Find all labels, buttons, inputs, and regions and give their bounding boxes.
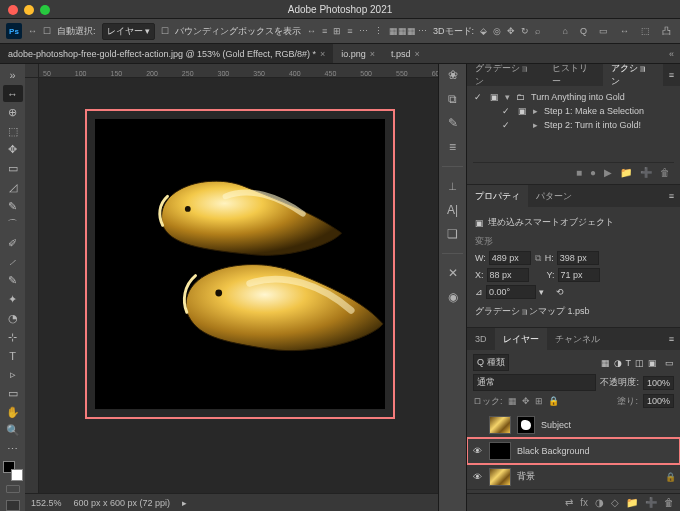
doc-info[interactable]: 600 px x 600 px (72 ppi): [74, 498, 171, 508]
blur-tool[interactable]: ◔: [3, 310, 23, 328]
close-window-icon[interactable]: [8, 5, 18, 15]
eraser-tool[interactable]: ✎: [3, 272, 23, 290]
swatches-panel-icon[interactable]: ⧉: [448, 92, 457, 106]
tab-properties[interactable]: プロパティ: [467, 185, 528, 207]
angle-field[interactable]: [486, 285, 536, 299]
share-icon[interactable]: 凸: [662, 25, 671, 38]
brushes-panel-icon[interactable]: ✎: [448, 116, 458, 130]
filter-toggle-icon[interactable]: ▭: [665, 358, 674, 368]
new-group-icon[interactable]: 📁: [626, 497, 638, 508]
panel-menu-icon[interactable]: ≡: [663, 191, 680, 201]
link-layers-icon[interactable]: ⇄: [565, 497, 573, 508]
navigator-panel-icon[interactable]: ◉: [448, 290, 458, 304]
action-set-row[interactable]: ✓ ▣ ▾ 🗀 Turn Anything into Gold: [473, 90, 674, 104]
checkmark-icon[interactable]: ✓: [501, 120, 511, 130]
marquee-tool[interactable]: ⬚: [3, 122, 23, 140]
disclosure-open-icon[interactable]: ▾: [505, 92, 510, 102]
tab-layers[interactable]: レイヤー: [495, 328, 547, 350]
layer-name[interactable]: Black Background: [517, 446, 590, 456]
libraries-panel-icon[interactable]: ❏: [447, 227, 458, 241]
align-icon[interactable]: ≡: [322, 26, 327, 36]
checkmark-icon[interactable]: ✓: [501, 106, 511, 116]
ruler-vertical[interactable]: [25, 78, 39, 511]
lock-artboard-icon[interactable]: ⊞: [535, 396, 543, 406]
mode3d-icon[interactable]: ✥: [507, 26, 515, 36]
tab-patterns[interactable]: パターン: [528, 185, 580, 207]
disclosure-closed-icon[interactable]: ▸: [533, 120, 538, 130]
y-field[interactable]: [558, 268, 600, 282]
trash-icon[interactable]: 🗑: [660, 167, 670, 178]
layer-mask-thumbnail[interactable]: [517, 416, 535, 434]
filter-adjust-icon[interactable]: ◑: [614, 358, 622, 368]
action-row[interactable]: ✓ ▸ Step 2: Turn it into Gold!: [473, 118, 674, 132]
path-tool[interactable]: ▹: [3, 366, 23, 384]
lock-all-icon[interactable]: 🔒: [548, 396, 559, 406]
paragraph-panel-icon[interactable]: ⟂: [449, 179, 456, 193]
checkmark-icon[interactable]: ✓: [473, 92, 483, 102]
ps-home-icon[interactable]: Ps: [6, 23, 22, 39]
eyedropper-tool[interactable]: ✎: [3, 197, 23, 215]
ruler-origin[interactable]: [25, 64, 39, 78]
filter-smart-icon[interactable]: ▣: [648, 358, 657, 368]
tab-history[interactable]: ヒストリー: [544, 64, 603, 86]
dialog-toggle-icon[interactable]: ▣: [517, 106, 527, 116]
new-action-icon[interactable]: ➕: [640, 167, 652, 178]
cloud-home-icon[interactable]: ⌂: [563, 26, 568, 36]
zoom-tool[interactable]: 🔍: [3, 422, 23, 440]
tab-actions[interactable]: アクション: [603, 64, 662, 86]
quickmask-toggle[interactable]: [6, 485, 20, 493]
collapse-tabs-icon[interactable]: «: [663, 49, 680, 59]
visibility-toggle[interactable]: 👁: [471, 472, 483, 482]
layer-name[interactable]: Subject: [541, 420, 571, 430]
close-tab-icon[interactable]: ×: [370, 49, 375, 59]
filter-pixel-icon[interactable]: ▦: [601, 358, 610, 368]
stop-icon[interactable]: ■: [576, 167, 582, 178]
blend-mode-select[interactable]: 通常: [473, 374, 596, 391]
lock-pixels-icon[interactable]: ▦: [508, 396, 517, 406]
maximize-window-icon[interactable]: [40, 5, 50, 15]
height-field[interactable]: [557, 251, 599, 265]
dodge-tool[interactable]: ⊹: [3, 328, 23, 346]
x-field[interactable]: [487, 268, 529, 282]
background-swatch[interactable]: [11, 469, 23, 481]
lasso-tool[interactable]: ✥: [3, 141, 23, 159]
panel-menu-icon[interactable]: ≡: [663, 70, 680, 80]
layer-thumbnail[interactable]: [489, 442, 511, 460]
move-tool[interactable]: ↔: [3, 85, 23, 103]
bbox-checkbox[interactable]: ☐: [161, 26, 169, 36]
brush-tool[interactable]: ✐: [3, 235, 23, 253]
lock-position-icon[interactable]: ✥: [522, 396, 530, 406]
opacity-value[interactable]: 100%: [643, 376, 674, 390]
autoselect-checkbox[interactable]: ☐: [43, 26, 51, 36]
document-tab[interactable]: t.psd ×: [383, 44, 428, 63]
disclosure-closed-icon[interactable]: ▸: [533, 106, 538, 116]
align-icon[interactable]: ↔: [307, 26, 316, 36]
distribute-icon[interactable]: ⋯: [359, 26, 368, 36]
color-swatches[interactable]: [3, 461, 23, 481]
character-panel-icon[interactable]: A|: [447, 203, 458, 217]
tab-gradients[interactable]: グラデーション: [467, 64, 544, 86]
status-more-icon[interactable]: ▸: [182, 498, 187, 508]
layer-row[interactable]: 👁 Black Background: [467, 438, 680, 464]
distribute-icon[interactable]: ⋮: [374, 26, 383, 36]
frame-tool[interactable]: ▭: [3, 160, 23, 178]
ruler-horizontal[interactable]: 50 100 150 200 250 300 350 400 450 500 5…: [39, 64, 438, 78]
panel-menu-icon[interactable]: ≡: [663, 334, 680, 344]
shape-tool[interactable]: ▭: [3, 384, 23, 402]
search-icon[interactable]: Q: [580, 26, 587, 36]
flip-icon[interactable]: ⟲: [556, 287, 564, 297]
align-more-icon[interactable]: ▦▦▦ ⋯: [389, 26, 428, 36]
record-icon[interactable]: ●: [590, 167, 596, 178]
zoom-level[interactable]: 152.5%: [31, 498, 62, 508]
new-layer-icon[interactable]: ➕: [645, 497, 657, 508]
screenmode-toggle[interactable]: [6, 500, 20, 511]
adjustment-layer-icon[interactable]: ◇: [611, 497, 619, 508]
healing-tool[interactable]: ⌒: [3, 216, 23, 234]
frame-icon[interactable]: ▭: [599, 26, 608, 36]
tab-channels[interactable]: チャンネル: [547, 328, 608, 350]
hand-tool[interactable]: ✋: [3, 403, 23, 421]
layer-thumbnail[interactable]: [489, 468, 511, 486]
close-tab-icon[interactable]: ×: [320, 49, 325, 59]
layer-row[interactable]: Subject: [467, 412, 680, 438]
filter-shape-icon[interactable]: ◫: [635, 358, 644, 368]
